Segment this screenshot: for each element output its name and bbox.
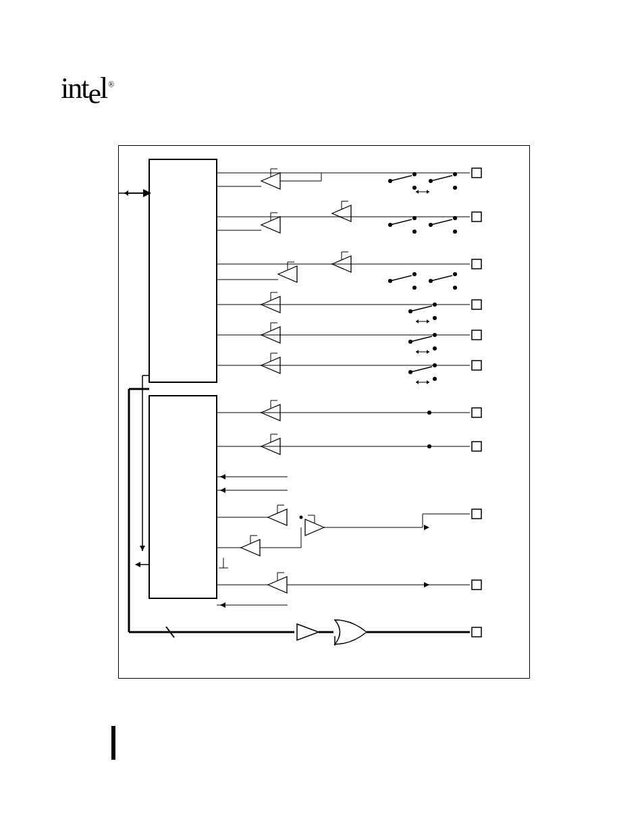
registered-mark: ® — [108, 80, 113, 89]
logo-text: intel — [61, 72, 107, 110]
svg-point-26 — [427, 444, 431, 448]
timer0-block — [149, 159, 217, 382]
svg-point-24 — [427, 411, 431, 415]
timer1-block — [149, 396, 217, 598]
row-p21 — [217, 400, 481, 421]
svg-point-33 — [300, 516, 303, 519]
row-p23 — [217, 323, 481, 354]
row-p22 — [217, 353, 481, 384]
change-bar — [111, 726, 115, 760]
row-p25 — [217, 252, 481, 290]
row-p27 — [217, 168, 481, 194]
row-int4 — [217, 505, 481, 536]
row-int4b — [217, 527, 301, 568]
row-p26 — [217, 201, 481, 234]
diagram-frame — [118, 145, 530, 679]
diagram-svg — [119, 146, 531, 679]
intel-logo: intel® — [61, 71, 113, 105]
row-p24 — [217, 292, 481, 323]
row-p20 — [217, 434, 481, 454]
page-root: intel® — [0, 0, 644, 834]
reset-path — [129, 389, 481, 646]
row-int5 — [217, 573, 481, 593]
